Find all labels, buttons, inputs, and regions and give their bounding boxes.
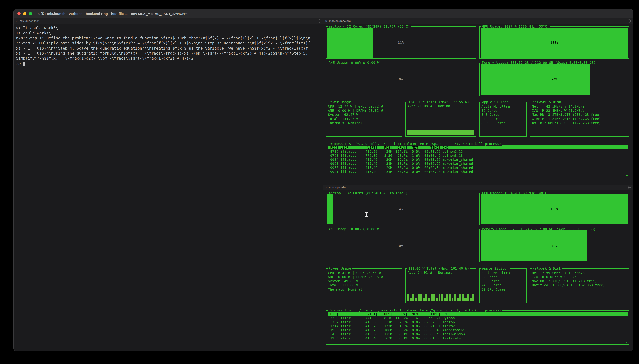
history-bar — [410, 298, 412, 301]
process-row[interactable]: 438 ifior... 415.5G 125M 0.1% 0.0% 00:08… — [328, 332, 628, 336]
cell-cpu: 118.4% — [392, 316, 407, 320]
gpu-usage-gauge: GPU Usage: 100% @ 1380 MHz (53°C) 100% — [479, 26, 629, 59]
network-disk-title: Network & Disk — [532, 266, 562, 270]
process-row[interactable]: 9723 ifior... 772.0G 8.3G 98.7% 1.6% 03:… — [328, 154, 628, 158]
cell-res: 8.3G — [377, 154, 392, 158]
process-table-header[interactable]: PID| USER | VIRT| RES| CPU%| MEM| TIME| … — [328, 146, 628, 150]
col-virt[interactable]: VIRT| — [361, 146, 377, 150]
col-res[interactable]: RES| — [377, 312, 392, 316]
process-row[interactable]: 9716 ifior... 415.3G 34M 134.9% 0.0% 03:… — [328, 150, 628, 154]
info-line: Mac HD: 3.2TB/3.9TB (700.4GB free) — [532, 112, 627, 117]
process-table-header[interactable]: PID| USER | VIRT| RES| CPU%| MEM| TIME| … — [328, 312, 628, 316]
process-row[interactable]: 1985 ifior... 415.7G 100M 0.2% 0.0% 00:0… — [328, 328, 628, 332]
apple-silicon-box: Apple Silicon Apple M3 Ultra32 Cores8 E-… — [479, 102, 526, 137]
col-cmd[interactable]: CMD — [441, 312, 628, 316]
cell-cmd: Python — [441, 316, 628, 320]
col-mem[interactable]: MEM| — [407, 312, 420, 316]
cell-virt: 415.4G — [361, 166, 377, 170]
close-window-button[interactable] — [17, 12, 21, 15]
cell-time: 00:03.20 — [420, 170, 441, 174]
cell-user: ifior... — [338, 166, 361, 170]
minimize-window-button[interactable] — [23, 12, 26, 15]
mouse-cursor-ibeam — [365, 212, 368, 217]
cell-virt: 415.4G — [361, 336, 377, 340]
terminal-output[interactable]: >> It could work!\It could work!\n\n**St… — [14, 24, 323, 351]
col-time[interactable]: TIME| — [420, 146, 441, 150]
memory-usage-gauge: Memory Usage: 370.31 GB / 512.00 GB (Swa… — [479, 229, 629, 262]
history-bar — [459, 294, 461, 302]
history-bar — [428, 298, 430, 301]
cell-virt: 772.0G — [361, 154, 377, 158]
process-row[interactable]: 1983 ifior... 415.4G 63M 0.1% 0.0% 00:01… — [328, 336, 628, 340]
cell-virt: 415.7G — [361, 328, 377, 332]
info-line: 8 E-Cores — [481, 112, 524, 117]
process-row[interactable]: 757 ifior... 416.5G 31M 7.9% 0.0% 02:37.… — [328, 320, 628, 324]
cell-virt: 415.4G — [361, 170, 377, 174]
cell-virt: 415.3G — [361, 150, 377, 154]
bottom-pane-header[interactable]: × mactop (ssh) — [323, 185, 633, 190]
term-line: It could work!\ — [16, 30, 321, 36]
top-pane-header[interactable]: × mactop (mactop) — [323, 18, 633, 24]
col-user[interactable]: USER | — [338, 146, 361, 150]
col-cmd[interactable]: CMD — [441, 146, 628, 150]
history-bar — [444, 298, 446, 301]
scroll-down-indicator[interactable]: ▼ — [626, 174, 628, 178]
col-mem[interactable]: MEM| — [407, 146, 420, 150]
info-line: 80 GPU Cores — [481, 121, 524, 125]
cell-time: 00:03.46 — [420, 328, 441, 332]
pane-menu-icon[interactable] — [318, 20, 321, 22]
info-line: ●m: 812.0MB/128.0GB (127.2GB free) — [532, 121, 627, 125]
history-bar — [451, 298, 453, 301]
col-time[interactable]: TIME| — [420, 312, 441, 316]
window-titlebar[interactable]: ⌥⌘1 mlx.launch --verbose --backend ring … — [14, 9, 633, 18]
col-user[interactable]: USER | — [338, 312, 361, 316]
network-disk-box: Network & Disk Net: ↑ 42.5MB/s ↓ 14.1MB/… — [530, 102, 629, 137]
cell-virt: 771.8G — [361, 316, 377, 320]
term-line: Simplify**\n$$f(x) = \\frac{1}{2x} \\pm … — [16, 56, 321, 61]
info-line: Untitled: 1.3GB/64.1GB (62.9GB free) — [532, 283, 627, 287]
pane-mactop-bottom: × mactop (ssh) mactop - 32 Cores (8E/24P… — [323, 185, 633, 351]
cpu-gauge-label: 4% — [327, 207, 475, 211]
process-row[interactable]: 9941 ifior... 415.4G 31M 37.5% 0.0% 00:0… — [328, 170, 628, 174]
cell-res: 100M — [377, 328, 392, 332]
process-row[interactable]: 9963 ifior... 415.4G 31M 38.7% 0.0% 00:0… — [328, 162, 628, 166]
process-row[interactable]: 9968 ifior... 415.4G 29M 38.2% 0.0% 00:0… — [328, 166, 628, 170]
power-history-title: 111.06 W Total (Max: 161.40 W) — [407, 266, 470, 270]
history-bar — [433, 294, 435, 301]
col-pid[interactable]: PID| — [328, 312, 338, 316]
col-virt[interactable]: VIRT| — [361, 312, 377, 316]
close-pane-icon[interactable]: × — [16, 20, 18, 22]
close-pane-icon[interactable]: × — [325, 186, 327, 189]
history-bar — [436, 298, 438, 301]
info-line: Net: ↑ 42.5MB/s ↓ 14.1MB/s — [532, 104, 627, 108]
process-row[interactable]: 9934 ifior... 415.4G 30M 39.6% 0.0% 00:0… — [328, 158, 628, 162]
process-row[interactable]: 1714 ifior... 415.7G 177M 1.6% 0.0% 00:2… — [328, 324, 628, 328]
col-pid[interactable]: PID| — [328, 146, 338, 150]
cell-virt: 415.5G — [361, 332, 377, 336]
pane-menu-icon[interactable] — [627, 186, 631, 189]
col-cpu[interactable]: CPU%| — [392, 312, 407, 316]
close-pane-icon[interactable]: × — [325, 20, 327, 22]
power-history-box: 111.06 W Total (Max: 161.40 W) Avg: 54.9… — [405, 268, 476, 303]
left-pane-header[interactable]: × mlx.launch (ssh) — [14, 18, 323, 24]
prompt-text: >> — [16, 61, 23, 66]
term-line: n\n**Step 1: Define the problem**\nWe wa… — [16, 36, 321, 40]
cell-cpu: 0.1% — [392, 336, 407, 340]
info-line: Thermals: Nominal — [328, 287, 400, 292]
process-row[interactable]: 3309 ifior... 771.8G 8.1G 118.4% 1.6% 02… — [328, 316, 628, 320]
cell-res: 31M — [377, 162, 392, 166]
info-line: 8 E-Cores — [481, 279, 524, 283]
mactop-dashboard: mactop - 32 Cores (8E/24P) 31.77% (55°C)… — [323, 24, 633, 185]
terminal-prompt-line: >> — [16, 61, 321, 66]
power-history-chart — [407, 276, 474, 302]
pane-menu-icon[interactable] — [627, 20, 631, 22]
col-cpu[interactable]: CPU%| — [392, 146, 407, 150]
scroll-down-indicator[interactable]: ▼ — [626, 340, 628, 344]
cell-user: ifior... — [338, 316, 361, 320]
col-res[interactable]: RES| — [377, 146, 392, 150]
traffic-lights — [17, 12, 32, 15]
terminal-window: ⌥⌘1 mlx.launch --verbose --backend ring … — [14, 9, 633, 351]
cell-time: 00:08.46 — [420, 332, 441, 336]
cell-pid: 9968 — [328, 166, 338, 170]
zoom-window-button[interactable] — [29, 12, 32, 15]
